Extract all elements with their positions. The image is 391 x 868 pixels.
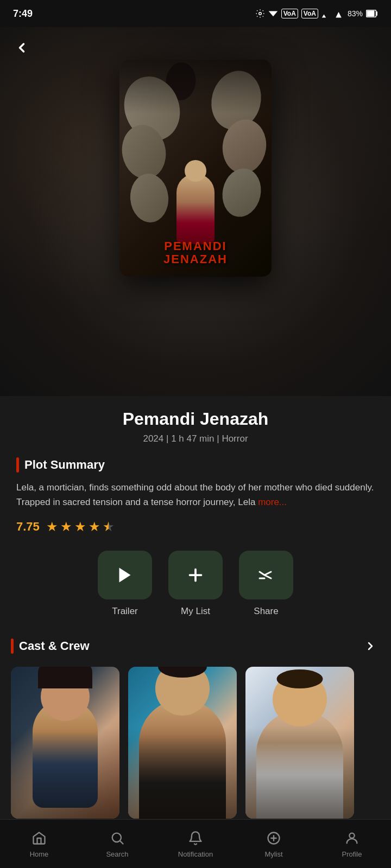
cast-photo-2 <box>128 667 237 819</box>
cast-section: Cast & Crew <box>0 636 391 819</box>
movie-title: Pemandi Jenazah <box>16 409 375 429</box>
back-button[interactable] <box>11 37 33 59</box>
nav-mylist-label: Mylist <box>264 850 282 858</box>
trailer-label: Trailer <box>112 606 138 617</box>
home-icon <box>30 829 48 847</box>
plot-summary-title: Plot Summary <box>24 458 105 472</box>
cast-photo-1 <box>11 667 119 819</box>
trailer-button[interactable] <box>98 551 152 599</box>
mylist-group: My List <box>168 551 223 617</box>
main-content: PEMANDIJENAZAH Pemandi Jenazah 2024 | 1 … <box>0 27 391 868</box>
nav-mylist[interactable]: Mylist <box>235 829 313 858</box>
user-icon <box>343 829 361 847</box>
rating-score: 7.75 <box>16 520 40 534</box>
star-3: ★ <box>74 519 86 534</box>
star-1: ★ <box>46 519 58 534</box>
status-bar: 7:49 VoA VoA 83% <box>0 0 391 27</box>
cast-scroll <box>11 667 380 819</box>
mylist-label: My List <box>181 606 210 617</box>
plus-icon <box>186 565 205 585</box>
share-icon <box>256 565 276 585</box>
share-button[interactable] <box>239 551 293 599</box>
bottom-nav: Home Search Notification Mylist Profile <box>0 819 391 868</box>
poster-title: PEMANDIJENAZAH <box>130 240 261 266</box>
trailer-group: Trailer <box>98 551 152 617</box>
search-icon <box>109 829 126 847</box>
status-time: 7:49 <box>13 8 33 20</box>
plot-summary-header: Plot Summary <box>16 457 375 473</box>
star-rating: ★ ★ ★ ★ ★ <box>46 519 115 534</box>
cast-title: Cast & Crew <box>19 639 90 653</box>
share-label: Share <box>254 606 278 617</box>
section-accent <box>16 457 19 473</box>
rating-row: 7.75 ★ ★ ★ ★ ★ <box>16 519 375 534</box>
svg-point-3 <box>112 833 121 842</box>
cast-photo-3 <box>245 667 354 819</box>
nav-home-label: Home <box>30 850 49 858</box>
cast-more-button[interactable] <box>361 636 380 656</box>
nav-notification-label: Notification <box>178 850 213 858</box>
plus-circle-icon <box>265 829 282 847</box>
battery-level: 83% <box>348 9 363 18</box>
svg-rect-2 <box>367 11 375 17</box>
status-icons: VoA VoA 83% <box>255 9 378 18</box>
bell-icon <box>187 829 204 847</box>
nav-search-label: Search <box>106 850 128 858</box>
movie-poster: PEMANDIJENAZAH <box>119 60 272 277</box>
nav-home[interactable]: Home <box>0 829 78 858</box>
action-buttons: Trailer My List Share <box>16 551 375 617</box>
cast-accent <box>11 639 14 654</box>
plot-summary-text: Lela, a mortician, finds something odd a… <box>16 480 375 509</box>
nav-search[interactable]: Search <box>78 829 156 858</box>
movie-meta: 2024 | 1 h 47 min | Horror <box>16 433 375 444</box>
share-group: Share <box>239 551 293 617</box>
nav-profile-label: Profile <box>342 850 362 858</box>
hero-section: PEMANDIJENAZAH <box>0 27 391 396</box>
nav-notification[interactable]: Notification <box>156 829 235 858</box>
star-5: ★ <box>103 519 115 534</box>
svg-point-0 <box>259 12 262 15</box>
mylist-button[interactable] <box>168 551 223 599</box>
cast-card-3[interactable] <box>245 667 354 819</box>
more-link[interactable]: more... <box>258 497 287 507</box>
star-2: ★ <box>60 519 72 534</box>
poster-art: PEMANDIJENAZAH <box>119 60 272 277</box>
star-4: ★ <box>89 519 100 534</box>
svg-point-5 <box>349 833 354 838</box>
cast-card-2[interactable] <box>128 667 237 819</box>
movie-info: Pemandi Jenazah 2024 | 1 h 47 min | Horr… <box>0 396 391 617</box>
cast-card-1[interactable] <box>11 667 119 819</box>
play-icon <box>115 565 135 585</box>
nav-profile[interactable]: Profile <box>313 829 391 858</box>
cast-header: Cast & Crew <box>11 636 380 656</box>
